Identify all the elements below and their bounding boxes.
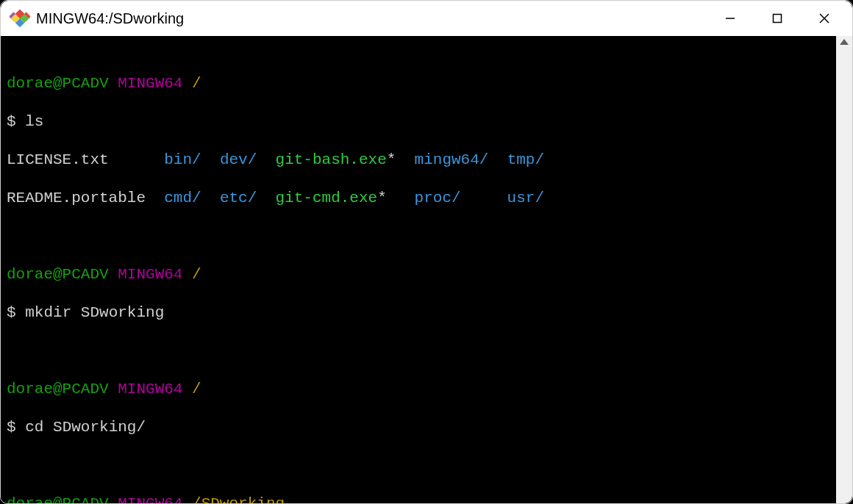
prompt-dollar: $ (7, 113, 16, 130)
scrollbar[interactable] (836, 36, 852, 503)
prompt-path: /SDworking (192, 495, 285, 504)
prompt-user-host: dorae@PCADV (7, 266, 109, 283)
prompt-env: MINGW64 (118, 75, 182, 92)
ls-file: LICENSE.txt (7, 151, 109, 168)
ls-dir: dev/ (220, 151, 257, 168)
terminal-output[interactable]: dorae@PCADV MINGW64 / $ ls LICENSE.txt b… (1, 36, 836, 503)
window-controls (707, 1, 848, 36)
ls-dir: cmd/ (164, 190, 201, 206)
ls-exe: git-bash.exe (276, 151, 387, 168)
window-titlebar: MINGW64:/SDworking (1, 1, 852, 36)
prompt-path: / (192, 75, 201, 92)
prompt-user-host: dorae@PCADV (7, 495, 109, 504)
prompt-dollar: $ (7, 304, 16, 321)
ls-dir: bin/ (164, 151, 201, 168)
ls-dir: proc/ (415, 190, 461, 206)
ls-dir: tmp/ (507, 151, 544, 168)
minimize-button[interactable] (707, 1, 754, 36)
prompt-env: MINGW64 (118, 381, 182, 397)
ls-file: README.portable (7, 190, 146, 206)
prompt-env: MINGW64 (118, 266, 182, 283)
svg-rect-10 (774, 15, 782, 23)
prompt-path: / (192, 266, 201, 283)
prompt-user-host: dorae@PCADV (7, 381, 109, 397)
ls-dir: usr/ (507, 190, 544, 206)
prompt-user-host: dorae@PCADV (7, 75, 109, 92)
maximize-button[interactable] (754, 1, 801, 36)
close-button[interactable] (801, 1, 848, 36)
prompt-path: / (192, 381, 201, 397)
cmd-cd: cd SDworking/ (25, 419, 146, 436)
ls-exe: git-cmd.exe (276, 190, 378, 206)
scroll-up-icon[interactable] (836, 39, 852, 45)
window-title: MINGW64:/SDworking (36, 10, 707, 27)
prompt-dollar: $ (7, 419, 16, 436)
ls-dir: mingw64/ (415, 151, 489, 168)
ls-dir: etc/ (220, 190, 257, 206)
cmd-ls: ls (25, 113, 43, 130)
prompt-env: MINGW64 (118, 495, 182, 504)
cmd-mkdir: mkdir SDworking (25, 304, 164, 321)
app-icon (10, 8, 30, 29)
